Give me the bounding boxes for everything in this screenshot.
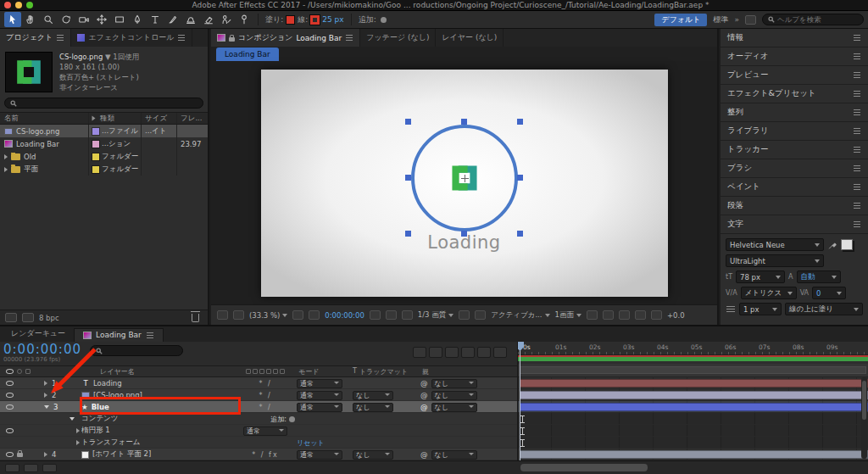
twirl-icon[interactable] xyxy=(44,405,49,409)
interpret-footage-icon[interactable] xyxy=(5,313,17,322)
pickwhip-icon[interactable]: @ xyxy=(420,379,428,388)
lock-icon[interactable] xyxy=(229,37,235,42)
pixel-aspect-icon[interactable] xyxy=(587,310,598,320)
transparency-grid-icon[interactable] xyxy=(475,310,486,320)
kerning-select[interactable]: メトリクス xyxy=(741,287,797,299)
zoom-select[interactable]: (33.3 %) xyxy=(249,311,287,320)
column-mode[interactable]: モード xyxy=(295,367,349,376)
duration-bar-loading[interactable] xyxy=(520,379,868,388)
reset-transform-link[interactable]: リセット xyxy=(297,438,325,448)
visibility-eye-icon[interactable] xyxy=(6,428,14,433)
project-search[interactable] xyxy=(4,98,203,109)
composition-canvas[interactable]: Loading xyxy=(261,70,668,297)
hide-shy-icon[interactable] xyxy=(445,347,459,358)
panel-menu-icon[interactable] xyxy=(854,149,860,150)
layer-duration-graph[interactable] xyxy=(518,377,868,460)
layer-switches[interactable]: * / fx xyxy=(236,451,295,459)
current-timecode[interactable]: 0:00:00:00 xyxy=(3,343,81,356)
view-layout-select[interactable]: 1画面 xyxy=(555,310,581,321)
blend-mode-select[interactable]: 通常 xyxy=(297,391,342,400)
label-color-chip[interactable] xyxy=(92,166,99,173)
exposure-reset-icon[interactable] xyxy=(651,310,662,320)
duration-bar-blue[interactable] xyxy=(520,403,868,411)
motion-blur-icon[interactable] xyxy=(477,347,491,358)
panel-menu-icon[interactable] xyxy=(854,205,860,206)
column-track-matte[interactable]: Tトラックマット xyxy=(349,367,415,376)
stroke-width-select[interactable]: 1 px xyxy=(739,303,782,315)
vertical-scrollbar[interactable] xyxy=(861,377,867,459)
pickwhip-icon[interactable]: @ xyxy=(420,403,428,411)
tracking-select[interactable]: 0 xyxy=(812,287,846,299)
selection-handle[interactable] xyxy=(405,175,411,181)
safe-margins-icon[interactable] xyxy=(292,310,303,320)
twirl-icon[interactable] xyxy=(76,440,80,445)
leading-select[interactable]: 自動 xyxy=(797,270,841,283)
selection-handle[interactable] xyxy=(517,175,523,181)
camera-select[interactable]: アクティブカ... xyxy=(491,310,549,321)
camera-tool-icon[interactable] xyxy=(75,12,92,27)
workspace-default-button[interactable]: デフォルト xyxy=(654,14,707,26)
panel-menu-icon[interactable] xyxy=(854,37,860,38)
parent-select[interactable]: なし xyxy=(431,403,477,412)
current-time-indicator[interactable] xyxy=(520,342,520,460)
panel-paragraph[interactable]: 段落 xyxy=(721,197,868,215)
region-of-interest-icon[interactable] xyxy=(459,310,470,320)
project-row-heimen[interactable]: 平面 フォルダー xyxy=(0,163,208,176)
panel-brushes[interactable]: ブラシ xyxy=(721,159,868,178)
panel-tracker[interactable]: トラッカー xyxy=(721,141,868,159)
label-color-chip[interactable] xyxy=(92,128,99,135)
resolution-select[interactable]: 1/3 画質 xyxy=(418,310,453,321)
pickwhip-icon[interactable]: @ xyxy=(420,450,428,459)
type-tool-icon[interactable] xyxy=(147,12,164,27)
project-row-old[interactable]: Old フォルダー xyxy=(0,150,208,163)
tab-footage[interactable]: フッテージ (なし) xyxy=(360,29,436,47)
project-row-loading-bar[interactable]: Loading Bar ...ション 23.97 xyxy=(0,137,208,150)
mask-visibility-icon[interactable] xyxy=(309,310,320,320)
project-search-input[interactable] xyxy=(19,99,198,108)
panel-menu-icon[interactable] xyxy=(854,112,860,113)
fast-previews-icon[interactable] xyxy=(603,310,614,320)
blend-mode-select[interactable]: 通常 xyxy=(297,379,342,388)
shape-blend-mode-select[interactable]: 通常 xyxy=(243,427,287,436)
add-menu-icon[interactable] xyxy=(381,17,387,23)
blend-mode-select[interactable]: 通常 xyxy=(297,450,342,460)
new-folder-icon[interactable] xyxy=(22,313,34,322)
font-size-select[interactable]: 78 px xyxy=(736,270,785,283)
expand-inout-icon[interactable] xyxy=(42,464,57,472)
help-search-input[interactable] xyxy=(777,15,858,24)
shape-tool-icon[interactable] xyxy=(111,12,128,27)
track-matte-select[interactable]: なし xyxy=(353,450,393,460)
tab-composition[interactable]: コンポジション Loading Bar xyxy=(211,29,360,47)
layer-row-white-solid[interactable]: 4 [ホワイト 平面 2] * / fx 通常 なし @なし xyxy=(0,449,517,460)
visibility-eye-icon[interactable] xyxy=(6,404,14,410)
stroke-width-value[interactable]: 25 px xyxy=(322,15,343,24)
property-row-ellipse[interactable]: 楕円形 1 通常 xyxy=(0,425,517,437)
panel-menu-icon[interactable] xyxy=(147,335,153,336)
project-row-cs-logo[interactable]: CS-logo.png ...ファイル ...イト xyxy=(0,125,208,137)
track-matte-select[interactable]: なし xyxy=(353,391,393,400)
twirl-icon[interactable] xyxy=(76,428,80,433)
twirl-icon[interactable] xyxy=(44,393,47,398)
layer-switches[interactable]: * / xyxy=(236,392,295,399)
exposure-value[interactable]: +0.0 xyxy=(667,311,685,320)
panel-align[interactable]: 整列 xyxy=(721,103,868,122)
panel-menu-icon[interactable] xyxy=(178,37,185,38)
label-color-chip[interactable] xyxy=(92,153,99,160)
workspace-switcher-icon[interactable] xyxy=(745,15,756,25)
brush-tool-icon[interactable] xyxy=(164,12,181,27)
snapshot-icon[interactable] xyxy=(370,310,381,320)
eyedropper-icon[interactable] xyxy=(827,240,837,250)
clone-stamp-tool-icon[interactable] xyxy=(182,12,199,27)
comp-mini-flowchart-icon[interactable] xyxy=(413,347,426,358)
project-bit-depth[interactable]: 8 bpc xyxy=(39,314,59,322)
minimize-window-icon[interactable] xyxy=(15,2,22,8)
viewer-timecode[interactable]: 0:00:00:00 xyxy=(325,311,364,320)
property-row-contents[interactable]: コンテンツ 追加: xyxy=(0,413,517,425)
twirl-icon[interactable] xyxy=(4,154,8,159)
column-parent[interactable]: 親 xyxy=(415,367,517,376)
twirl-icon[interactable] xyxy=(44,452,47,457)
twirl-icon[interactable] xyxy=(70,417,75,421)
panel-menu-icon[interactable] xyxy=(854,56,860,57)
pickwhip-icon[interactable]: @ xyxy=(420,391,428,399)
delete-icon[interactable] xyxy=(192,314,199,322)
